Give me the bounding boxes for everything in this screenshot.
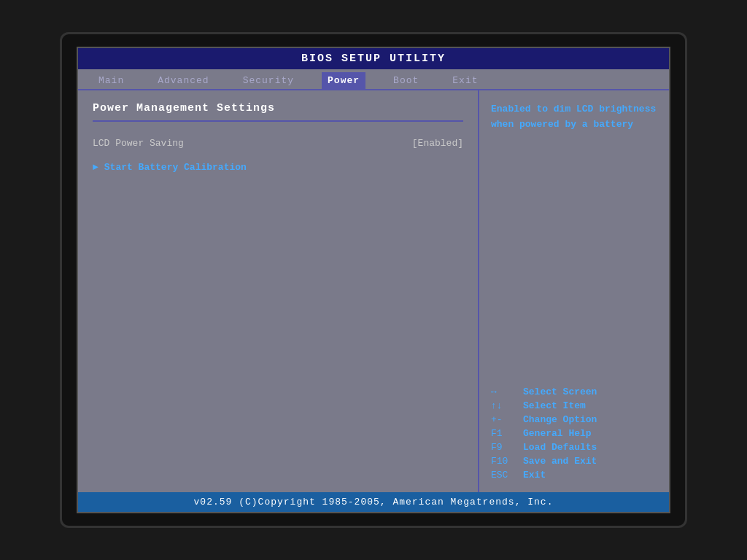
tab-exit[interactable]: Exit — [446, 72, 484, 89]
key-row: ESCExit — [491, 470, 657, 481]
key-desc: General Help — [523, 428, 592, 439]
key-row: F1General Help — [491, 428, 657, 439]
bios-header: BIOS SETUP UTILITY — [78, 48, 669, 69]
key-desc: Select Screen — [523, 386, 597, 397]
start-battery-calibration-row[interactable]: ► Start Battery Calibration — [93, 158, 463, 177]
key-row: ↔Select Screen — [491, 386, 657, 397]
key-row: ↑↓Select Item — [491, 400, 657, 411]
monitor-bezel: BIOS SETUP UTILITY MainAdvancedSecurityP… — [60, 32, 687, 528]
help-text: Enabled to dim LCD brightness when power… — [491, 102, 657, 133]
key-row: F10Save and Exit — [491, 456, 657, 467]
lcd-power-saving-value: [Enabled] — [412, 138, 463, 149]
key-symbol: F10 — [491, 456, 517, 467]
section-title: Power Management Settings — [93, 102, 463, 114]
key-symbol: ESC — [491, 470, 517, 481]
key-symbol: +- — [491, 414, 517, 425]
key-symbol: F9 — [491, 442, 517, 453]
tab-bar: MainAdvancedSecurityPowerBootExit — [78, 69, 669, 90]
key-symbol: ↔ — [491, 386, 517, 397]
key-row: +-Change Option — [491, 414, 657, 425]
key-desc: Change Option — [523, 414, 597, 425]
tab-power[interactable]: Power — [322, 72, 365, 89]
key-symbol: ↑↓ — [491, 400, 517, 411]
bios-screen: BIOS SETUP UTILITY MainAdvancedSecurityP… — [77, 47, 670, 513]
tab-security[interactable]: Security — [237, 72, 300, 89]
start-battery-calibration-label: Start Battery Calibration — [104, 162, 247, 173]
footer-bar: v02.59 (C)Copyright 1985-2005, American … — [78, 492, 669, 512]
key-desc: Load Defaults — [523, 442, 597, 453]
tab-main[interactable]: Main — [93, 72, 130, 89]
key-desc: Select Item — [523, 400, 586, 411]
lcd-power-saving-row[interactable]: LCD Power Saving [Enabled] — [93, 133, 463, 153]
key-row: F9Load Defaults — [491, 442, 657, 453]
left-panel: Power Management Settings LCD Power Savi… — [78, 90, 479, 492]
main-content: Power Management Settings LCD Power Savi… — [78, 90, 669, 492]
bios-title: BIOS SETUP UTILITY — [301, 52, 446, 65]
key-desc: Exit — [523, 470, 546, 481]
lcd-power-saving-label: LCD Power Saving — [93, 138, 184, 149]
submenu-arrow-icon: ► — [93, 162, 98, 173]
tab-advanced[interactable]: Advanced — [152, 72, 214, 89]
right-panel: Enabled to dim LCD brightness when power… — [479, 90, 669, 492]
key-desc: Save and Exit — [523, 456, 597, 467]
section-divider — [93, 120, 463, 122]
key-legend: ↔Select Screen↑↓Select Item+-Change Opti… — [491, 386, 657, 481]
footer-text: v02.59 (C)Copyright 1985-2005, American … — [194, 497, 554, 508]
key-symbol: F1 — [491, 428, 517, 439]
tab-boot[interactable]: Boot — [387, 72, 425, 89]
